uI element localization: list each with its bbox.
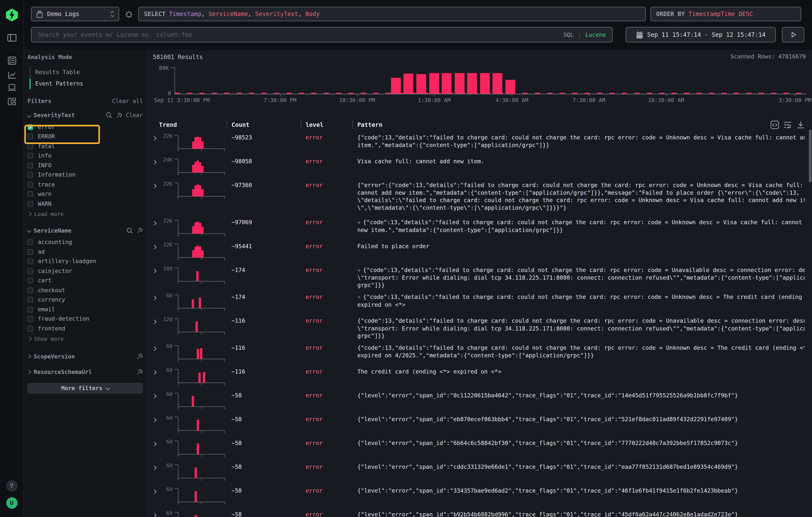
dismiss-x-icon[interactable]: × xyxy=(357,294,360,300)
checkbox[interactable] xyxy=(27,316,33,322)
severitytext-load-more[interactable]: Load more xyxy=(28,209,143,218)
wrap-text-icon[interactable] xyxy=(783,121,792,129)
gear-icon[interactable] xyxy=(125,10,133,19)
app-logo-icon[interactable] xyxy=(5,8,19,22)
pattern-row-11[interactable]: 60~58error{"level":"error","span_id":"0c… xyxy=(148,391,812,414)
checkbox[interactable] xyxy=(27,249,33,255)
checkbox[interactable] xyxy=(27,278,33,283)
histogram-bar[interactable] xyxy=(404,74,414,94)
code-view-icon[interactable] xyxy=(771,121,779,129)
run-query-button[interactable] xyxy=(782,27,804,42)
dashboards-icon[interactable] xyxy=(7,97,16,106)
more-filters-button[interactable]: More filters xyxy=(27,382,143,393)
pattern-row-7[interactable]: 60~174error×{"code":13,"details":"failed… xyxy=(148,292,812,316)
search-icon[interactable] xyxy=(106,112,112,118)
lang-option-sql[interactable]: SQL xyxy=(563,31,574,38)
filter-option-service-cart[interactable]: cart xyxy=(27,276,143,285)
filter-option-severity-Information[interactable]: Information xyxy=(27,170,143,180)
checkbox[interactable] xyxy=(27,143,33,149)
dismiss-x-icon[interactable]: × xyxy=(357,220,360,225)
pattern-row-14[interactable]: 60~58error{"level":"error","span_id":"cd… xyxy=(148,462,812,486)
pattern-row-10[interactable]: 60~116errorThe credit card (ending <*> e… xyxy=(148,367,812,391)
filter-group-severitytext-header[interactable]: SeverityText Clear xyxy=(27,112,143,118)
filter-option-service-cainjector[interactable]: cainjector xyxy=(27,266,143,276)
group-clear-button[interactable]: Clear xyxy=(126,112,143,118)
column-drag-handle[interactable] xyxy=(300,123,301,124)
pattern-row-1[interactable]: 22K~98523error{"code":13,"details":"fail… xyxy=(148,133,812,156)
filter-option-service-email[interactable]: email xyxy=(27,305,143,314)
pin-icon[interactable] xyxy=(137,227,143,234)
filter-option-service-accounting[interactable]: accounting xyxy=(27,237,143,247)
filter-option-severity-fatal[interactable]: fatal xyxy=(27,141,143,151)
filter-option-service-artillery-loadgen[interactable]: artillery-loadgen xyxy=(27,257,143,266)
source-selector[interactable]: Demo Logs xyxy=(31,7,119,21)
mode-item-event-patterns[interactable]: Event Patterns xyxy=(30,78,143,90)
pin-icon[interactable] xyxy=(137,353,143,360)
checkbox[interactable] xyxy=(27,191,33,197)
checkbox[interactable] xyxy=(27,153,33,159)
download-icon[interactable] xyxy=(796,121,805,129)
checkbox[interactable] xyxy=(27,163,33,168)
pattern-row-3[interactable]: 22K~97360error{"error":{"code":13,"detai… xyxy=(148,180,812,218)
pattern-row-13[interactable]: 60~58error{"level":"error","span_id":"6b… xyxy=(148,438,812,462)
filter-group-resourceschemaurl-header[interactable]: ResourceSchemaUrl xyxy=(27,369,143,375)
filter-option-service-currency[interactable]: currency xyxy=(27,295,143,305)
checkbox[interactable] xyxy=(27,172,33,178)
filter-option-severity-trace[interactable]: trace xyxy=(27,180,143,189)
col-header-level[interactable]: level xyxy=(306,121,323,128)
time-range-picker[interactable]: Sep 11 15:47:14 - Sep 12 15:47:14 xyxy=(626,27,776,42)
filter-option-severity-INFO[interactable]: INFO xyxy=(27,161,143,170)
histogram-bar[interactable] xyxy=(493,73,502,94)
help-button[interactable]: ? xyxy=(6,480,17,492)
clear-all-button[interactable]: Clear all xyxy=(112,98,143,105)
checkbox[interactable] xyxy=(27,201,33,206)
pattern-row-15[interactable]: 60~58error{"level":"error","span_id":"33… xyxy=(148,486,812,510)
checkbox[interactable] xyxy=(27,124,33,130)
select-query-input[interactable]: SELECT Timestamp, ServiceName, SeverityT… xyxy=(138,7,646,21)
sidebar-toggle-icon[interactable] xyxy=(7,34,17,42)
servicename-show-more[interactable]: Show more xyxy=(28,334,143,343)
checkbox[interactable] xyxy=(27,268,33,274)
pattern-row-4[interactable]: 22K~97069error×{"code":13,"details":"fai… xyxy=(148,218,812,241)
mode-item-results-table[interactable]: Results Table xyxy=(30,67,143,78)
column-drag-handle[interactable] xyxy=(352,123,353,124)
search-icon[interactable] xyxy=(126,227,133,234)
filter-option-service-ad[interactable]: ad xyxy=(27,247,143,257)
filter-option-service-checkout[interactable]: checkout xyxy=(27,285,143,295)
histogram-bar[interactable] xyxy=(416,74,426,94)
filter-group-scopeversion-header[interactable]: ScopeVersion xyxy=(27,353,143,360)
order-by-input[interactable]: ORDER BY TimestampTime DESC xyxy=(650,7,801,21)
pattern-row-5[interactable]: 22K~95441errorFailed to place order xyxy=(148,241,812,265)
col-header-count[interactable]: Count xyxy=(232,121,250,128)
histogram-bar[interactable] xyxy=(391,78,401,94)
search-input[interactable]: Search your events w/ Lucene ex. column:… xyxy=(31,27,613,42)
lang-option-lucene[interactable]: Lucene xyxy=(585,31,606,38)
histogram-bar[interactable] xyxy=(429,73,439,94)
histogram-bar[interactable] xyxy=(442,73,452,94)
histogram-bar[interactable] xyxy=(454,73,464,94)
sessions-icon[interactable] xyxy=(7,84,17,91)
histogram-bar[interactable] xyxy=(480,73,490,94)
pattern-row-6[interactable]: 180~174error×{"code":13,"details":"faile… xyxy=(148,265,812,292)
pattern-row-12[interactable]: 60~58error{"level":"error","span_id":"eb… xyxy=(148,414,812,438)
filter-option-severity-info[interactable]: info xyxy=(27,151,143,161)
checkbox[interactable] xyxy=(27,326,33,332)
pin-icon[interactable] xyxy=(116,112,122,118)
filter-option-service-fraud-detection[interactable]: fraud-detection xyxy=(27,314,143,324)
pin-icon[interactable] xyxy=(137,369,143,375)
scrollbar-thumb[interactable] xyxy=(809,130,812,182)
results-histogram[interactable]: 80K 0 Sep 11 3:30:00 PM7:30:00 PM10:30:0… xyxy=(148,61,812,111)
filter-option-severity-WARN[interactable]: WARN xyxy=(27,199,143,208)
filter-option-severity-warn[interactable]: warn xyxy=(27,189,143,199)
checkbox[interactable] xyxy=(27,134,33,139)
column-drag-handle[interactable] xyxy=(226,123,227,124)
filter-group-servicename-header[interactable]: ServiceName xyxy=(27,227,143,234)
histogram-bar[interactable] xyxy=(505,80,515,94)
chart-icon[interactable] xyxy=(7,71,16,80)
search-logs-icon[interactable] xyxy=(7,56,16,65)
checkbox[interactable] xyxy=(27,287,33,293)
filter-option-severity-error[interactable]: error xyxy=(27,122,143,132)
pattern-row-2[interactable]: 24K~98058errorVisa cache full: cannot ad… xyxy=(148,156,812,180)
filter-option-service-frontend[interactable]: frontend xyxy=(27,324,143,333)
pattern-row-9[interactable]: 60~116error{"code":13,"details":"failed … xyxy=(148,343,812,367)
